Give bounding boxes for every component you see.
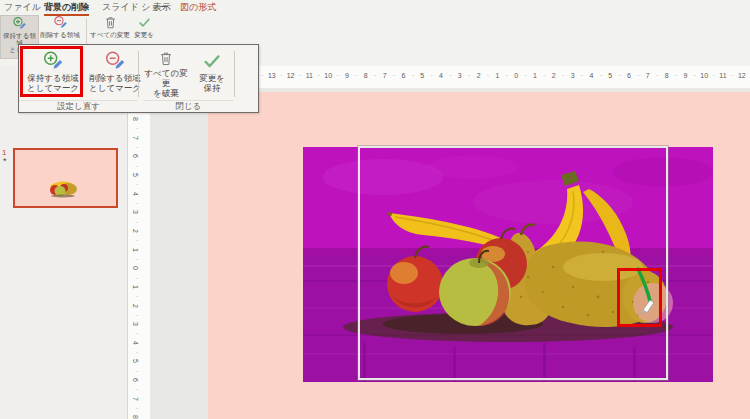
tab-background-removal[interactable]: 背景の削除 (44, 1, 89, 16)
mark-keep-icon (12, 16, 27, 32)
group-label-close: 閉じる (143, 100, 234, 113)
tab-file[interactable]: ファイル (4, 1, 41, 14)
popup-group-separator (138, 51, 139, 97)
mark-remove-icon (53, 15, 68, 31)
tab-view[interactable]: 表示 (153, 1, 171, 14)
background-removal-toolbar: 保持する領域 としてマーク 削除する領域 としてマーク すべての変更 を破棄 変… (18, 44, 259, 113)
slide-edited-marker: * (3, 156, 7, 166)
mark-areas-to-remove-button[interactable]: 削除する領域 としてマーク (85, 48, 145, 98)
popup-group-separator (234, 51, 235, 97)
check-icon (201, 50, 223, 72)
discard-all-changes-button[interactable]: すべての変更 を破棄 (143, 48, 189, 98)
highlight-box-keep-button (20, 46, 83, 97)
removal-bounds-marquee[interactable] (358, 146, 668, 380)
ruler-vertical: 8·7·6·5·4·3·2·1·0·1·2·3·4·5·6·7·8 (127, 88, 152, 419)
check-icon (137, 15, 152, 31)
ribbon-separator (86, 18, 87, 44)
trash-icon (103, 15, 118, 31)
keep-changes-button[interactable]: 変更を 保持 (191, 48, 233, 98)
trash-icon (155, 50, 177, 67)
group-label-refine: 設定し直す (19, 100, 138, 113)
slide-thumbnail-panel: 1 * (0, 66, 127, 419)
slide-1-thumbnail[interactable] (13, 148, 118, 208)
tab-picture-format[interactable]: 図の形式 (180, 1, 216, 14)
thumbnail-fruit-image (46, 177, 82, 198)
mark-remove-icon (104, 50, 126, 72)
highlight-box-marked-region (617, 268, 662, 327)
